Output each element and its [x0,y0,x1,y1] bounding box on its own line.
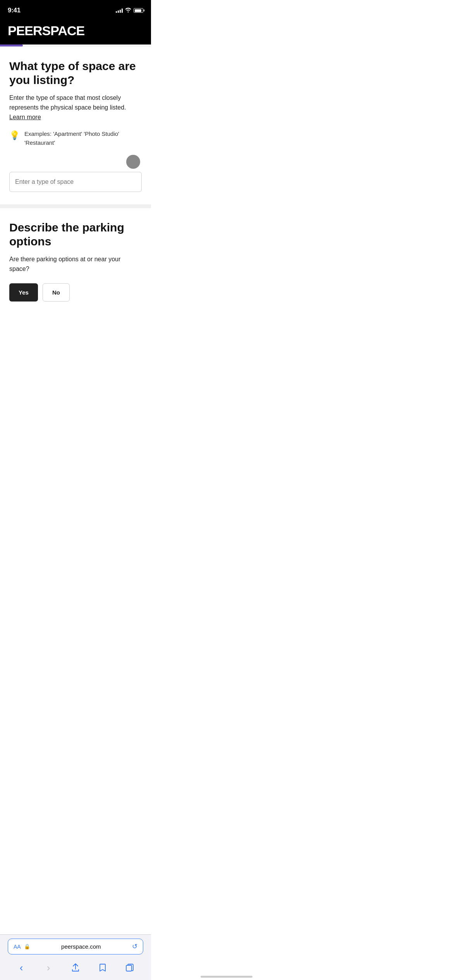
app-logo: PEERSPACE [8,23,143,38]
status-icons [116,8,143,14]
status-bar: 9:41 [0,0,151,19]
section-divider [0,204,151,208]
parking-no-button[interactable]: No [43,283,70,302]
signal-icon [116,8,123,13]
battery-icon [134,8,143,13]
section1-title: What type of space are you listing? [9,59,142,87]
app-header: PEERSPACE [0,19,151,45]
section1-description: Enter the type of space that most closel… [9,93,142,122]
section2: Describe the parking options Are there p… [0,221,151,305]
status-time: 9:41 [8,7,21,14]
tip-text: Examples: 'Apartment' 'Photo Studio' 'Re… [24,130,142,147]
tip-box: 💡 Examples: 'Apartment' 'Photo Studio' '… [9,130,142,147]
section2-title: Describe the parking options [9,221,142,248]
section2-description: Are there parking options at or near you… [9,255,142,274]
parking-button-row: Yes No [9,283,142,305]
learn-more-link[interactable]: Learn more [9,114,41,120]
voice-circle-row [9,155,142,169]
space-type-input[interactable] [9,172,142,192]
voice-circle[interactable] [126,155,140,169]
tip-icon: 💡 [9,130,20,140]
parking-yes-button[interactable]: Yes [9,283,38,302]
wifi-icon [125,8,131,14]
progress-bar-track [0,45,151,47]
progress-bar-fill [0,45,23,46]
main-content: What type of space are you listing? Ente… [0,47,151,208]
